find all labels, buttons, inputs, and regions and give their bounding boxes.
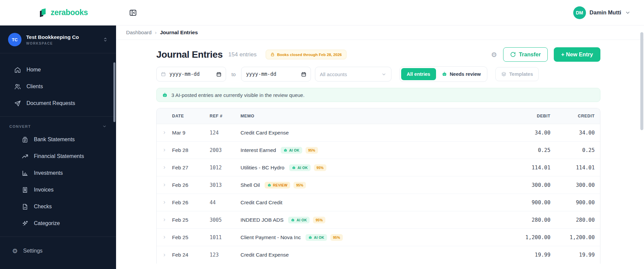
sidebar-item-invoices[interactable]: Invoices <box>0 181 116 198</box>
date-from-placeholder: yyyy-mm-dd <box>169 71 213 77</box>
layers-icon <box>501 71 506 77</box>
user-menu[interactable]: DM Damin Mutti <box>573 6 631 19</box>
sidebar-item-categorize[interactable]: Categorize <box>0 215 116 232</box>
confidence-badge: 95% <box>313 217 325 223</box>
row-date: Feb 25 <box>172 217 210 223</box>
chevron-down-icon <box>102 124 107 128</box>
table-settings-gear-icon[interactable]: ⚙ <box>491 51 497 58</box>
ai-badge-label: AI OK <box>289 148 300 152</box>
to-label: to <box>230 71 237 77</box>
date-picker-icon[interactable] <box>216 71 222 77</box>
confidence-badge: 95% <box>330 234 343 241</box>
row-memo: INDEED JOB ADS AI OK 95% <box>240 217 500 223</box>
row-memo-text: Credit Card Credit <box>240 200 282 206</box>
table-body: › Mar 9 124 Credit Card Expense 34.00 34… <box>157 124 600 264</box>
breadcrumb-separator: › <box>155 30 157 36</box>
page-scrollbar[interactable] <box>640 32 643 130</box>
ai-badge-label: REVIEW <box>273 183 287 187</box>
home-icon <box>14 66 21 73</box>
accounts-select[interactable]: All accounts <box>315 67 391 82</box>
row-date: Feb 27 <box>172 165 210 171</box>
row-debit: 0.25 <box>500 147 550 153</box>
row-credit: 19.99 <box>550 252 595 258</box>
row-debit: 114.01 <box>500 165 550 171</box>
row-expand-chevron-icon[interactable]: › <box>157 234 172 241</box>
sidebar-item-label: Clients <box>26 84 43 90</box>
table-row[interactable]: › Mar 9 124 Credit Card Expense 34.00 34… <box>157 124 600 142</box>
sidebar-item-bank-statements[interactable]: Bank Statements <box>0 131 116 148</box>
row-date: Feb 24 <box>172 252 210 258</box>
sidebar-scrollbar[interactable] <box>113 62 115 122</box>
row-memo-text: INDEED JOB ADS <box>240 217 283 223</box>
row-memo-text: Utilities - BC Hydro <box>240 165 284 171</box>
brand-logo[interactable]: zerabooks <box>39 8 88 17</box>
ai-badge-label: AI OK <box>314 235 324 239</box>
transfer-button[interactable]: Transfer <box>503 47 548 62</box>
bar-chart-icon <box>21 170 29 177</box>
date-from-input[interactable]: yyyy-mm-dd <box>156 67 226 82</box>
sidebar-item-financial-statements[interactable]: Financial Statements <box>0 148 116 165</box>
sidebar-item-investments[interactable]: Investments <box>0 165 116 181</box>
row-ref: 3013 <box>210 182 240 188</box>
table-row[interactable]: › Feb 26 3013 Shell Oil REVIEW 95% 300.0… <box>157 176 600 194</box>
ai-status-badge: REVIEW <box>265 182 290 189</box>
row-memo: Credit Card Expense <box>240 130 500 136</box>
sidebar-item-checks[interactable]: Checks <box>0 198 116 215</box>
breadcrumb-dashboard-link[interactable]: Dashboard <box>126 30 152 36</box>
date-to-input[interactable]: yyyy-mm-dd <box>241 67 311 82</box>
filter-row: yyyy-mm-dd to yyyy-mm-dd All accounts <box>156 66 600 82</box>
sidebar-item-clients[interactable]: Clients <box>0 78 116 95</box>
row-credit: 280.00 <box>550 217 595 223</box>
sidebar-item-label: Checks <box>34 204 52 210</box>
user-name: Damin Mutti <box>590 9 621 16</box>
robot-icon <box>308 235 312 239</box>
ai-badge-label: AI OK <box>298 166 308 170</box>
table-row[interactable]: › Feb 28 2003 Interest Earned AI OK 95% … <box>157 142 600 159</box>
table-row[interactable]: › Feb 25 1011 Client Payment - Nova Inc … <box>157 229 600 246</box>
row-expand-chevron-icon[interactable]: › <box>157 164 172 171</box>
row-expand-chevron-icon[interactable]: › <box>157 199 172 206</box>
row-debit: 19.99 <box>500 252 550 258</box>
new-entry-button[interactable]: + New Entry <box>554 47 600 62</box>
robot-icon <box>283 148 287 152</box>
main-content: Dashboard › Journal Entries Journal Entr… <box>116 25 644 269</box>
tab-all-entries[interactable]: All entries <box>401 68 436 80</box>
robot-icon <box>162 92 168 98</box>
row-expand-chevron-icon[interactable]: › <box>157 216 172 223</box>
table-row[interactable]: › Feb 27 1012 Utilities - BC Hydro AI OK… <box>157 159 600 176</box>
sidebar-item-label: Categorize <box>34 220 60 226</box>
row-credit: 300.00 <box>550 182 595 188</box>
sidebar-item-label: Document Requests <box>26 100 75 106</box>
col-header-ref: REF # <box>210 114 240 118</box>
sidebar-item-label: Invoices <box>34 187 54 193</box>
sidebar-collapse-icon[interactable] <box>129 8 137 17</box>
templates-button[interactable]: Templates <box>495 67 539 81</box>
row-expand-chevron-icon[interactable]: › <box>157 147 172 154</box>
row-expand-chevron-icon[interactable]: › <box>157 129 172 136</box>
table-row[interactable]: › Feb 25 3005 INDEED JOB ADS AI OK 95% 2… <box>157 211 600 229</box>
row-expand-chevron-icon[interactable]: › <box>157 181 172 189</box>
sidebar-item-document-requests[interactable]: Document Requests <box>0 95 116 112</box>
row-date: Feb 28 <box>172 147 210 153</box>
workspace-switcher[interactable]: TC Test Bookkeeping Co WORKSPACE <box>0 25 116 53</box>
trending-up-icon <box>21 153 29 160</box>
table-row[interactable]: › Feb 24 123 Credit Card Expense 19.99 1… <box>157 246 600 264</box>
date-picker-icon[interactable] <box>301 71 307 77</box>
brand-name: zerabooks <box>51 8 88 17</box>
convert-section-header[interactable]: CONVERT <box>0 117 116 131</box>
table-row[interactable]: › Feb 26 44 Credit Card Credit 900.00 90… <box>157 194 600 211</box>
tab-needs-review-label: Needs review <box>450 71 481 77</box>
invoice-receipt-icon <box>21 186 29 194</box>
robot-icon <box>291 218 295 222</box>
convert-items: Bank Statements Financial Statements Inv… <box>0 131 116 232</box>
col-header-credit: CREDIT <box>550 114 595 118</box>
row-memo-text: Credit Card Expense <box>240 252 289 258</box>
row-expand-chevron-icon[interactable]: › <box>157 252 172 259</box>
sidebar-item-home[interactable]: Home <box>0 61 116 78</box>
robot-icon <box>267 183 271 187</box>
row-debit: 1,200.00 <box>500 234 550 240</box>
lock-icon <box>270 52 275 57</box>
sidebar-item-label: Financial Statements <box>34 153 84 159</box>
sidebar-item-settings[interactable]: ⚙ Settings <box>0 243 116 259</box>
tab-needs-review[interactable]: Needs review <box>437 68 486 80</box>
